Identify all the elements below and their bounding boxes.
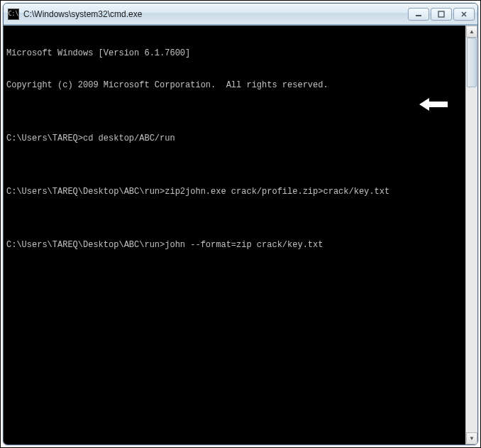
cmd-app-icon: C:\ [8, 9, 19, 20]
svg-marker-2 [419, 98, 448, 111]
terminal-line: C:\Users\TAREQ\Desktop\ABC\run>zip2john.… [6, 187, 463, 197]
titlebar[interactable]: C:\ C:\Windows\system32\cmd.exe [4, 4, 477, 25]
svg-rect-0 [416, 15, 421, 16]
cmd-app-icon-label: C:\ [9, 11, 18, 17]
window-controls [407, 8, 475, 21]
minimize-button[interactable] [408, 8, 429, 21]
minimize-icon [415, 11, 422, 18]
window-title: C:\Windows\system32\cmd.exe [23, 9, 407, 19]
terminal-output[interactable]: Microsoft Windows [Version 6.1.7600] Cop… [4, 26, 465, 444]
svg-rect-1 [438, 11, 444, 17]
chevron-down-icon: ▼ [469, 435, 475, 442]
maximize-button[interactable] [431, 8, 452, 21]
terminal-line: Microsoft Windows [Version 6.1.7600] [6, 48, 463, 59]
maximize-icon [438, 11, 445, 18]
cmd-window: C:\ C:\Windows\system32\cmd.exe Microsof… [3, 3, 478, 445]
vertical-scrollbar[interactable]: ▲ ▼ [465, 26, 477, 444]
scrollbar-track[interactable] [466, 38, 477, 432]
close-button[interactable] [453, 8, 475, 21]
scroll-up-button[interactable]: ▲ [466, 26, 477, 38]
scrollbar-thumb[interactable] [467, 38, 477, 87]
terminal-line: Copyright (c) 2009 Microsoft Corporation… [6, 80, 463, 91]
chevron-up-icon: ▲ [469, 28, 475, 35]
annotation-arrow-icon [378, 87, 448, 125]
client-area: Microsoft Windows [Version 6.1.7600] Cop… [4, 25, 477, 444]
terminal-line: C:\Users\TAREQ>cd desktop/ABC/run [6, 133, 463, 144]
close-icon [460, 11, 468, 18]
scroll-down-button[interactable]: ▼ [466, 432, 477, 444]
terminal-line: C:\Users\TAREQ\Desktop\ABC\run>john --fo… [6, 240, 463, 251]
